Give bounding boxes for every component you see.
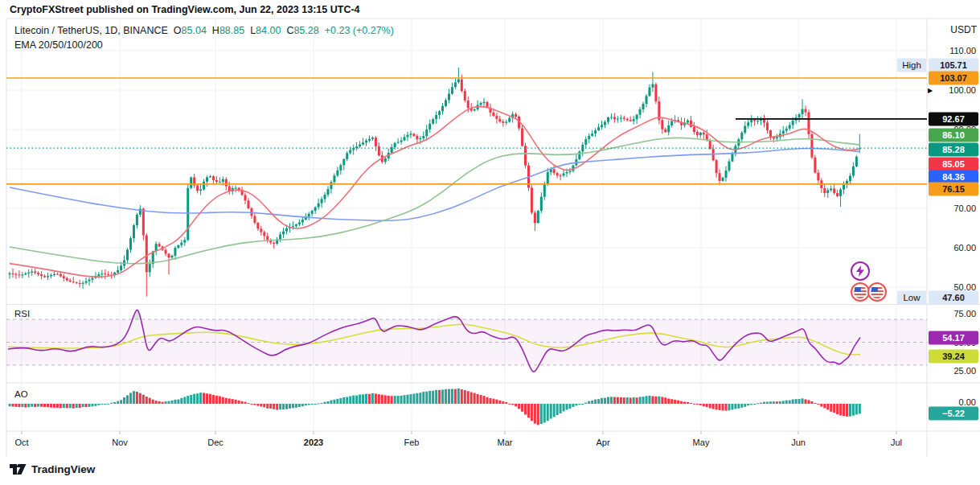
price-tick-label: 70.00 bbox=[953, 203, 976, 213]
time-tick-oct: Oct bbox=[14, 438, 28, 447]
price-value-chip: 76.15 bbox=[929, 183, 978, 196]
time-tick-jun: Jun bbox=[791, 438, 806, 447]
price-tick-label: 60.00 bbox=[953, 243, 976, 253]
chart-canvas[interactable] bbox=[0, 0, 980, 485]
ohlc-high-value: 88.85 bbox=[219, 25, 244, 36]
price-value-chip: 39.24 bbox=[929, 350, 978, 364]
time-tick-nov: Nov bbox=[112, 438, 128, 447]
rsi-pane-label: RSI bbox=[14, 309, 30, 319]
price-value-chip: 103.07 bbox=[929, 72, 978, 85]
price-value-chip: 85.05 bbox=[929, 158, 978, 171]
price-value-chip: 92.67 bbox=[929, 113, 978, 126]
ohlc-low-value: 84.00 bbox=[256, 25, 281, 36]
time-tick-jul: Jul bbox=[891, 438, 902, 447]
price-tick-label: 100.00 bbox=[949, 85, 976, 95]
price-tick-label: 110.00 bbox=[949, 46, 976, 55]
time-tick-mar: Mar bbox=[498, 438, 513, 447]
price-value-chip: 85.28 bbox=[929, 143, 978, 157]
tradingview-brand-text: TradingView bbox=[31, 463, 95, 475]
indicator-legend: EMA 20/50/100/200 bbox=[14, 39, 103, 51]
ohlc-open-value: 85.04 bbox=[182, 25, 207, 36]
ohlc-close-value: 85.28 bbox=[293, 25, 318, 36]
flag-canton bbox=[871, 287, 878, 292]
price-value-chip: 47.60 bbox=[929, 291, 978, 305]
ao-zero-label: 0.00 bbox=[959, 397, 976, 407]
time-tick-feb: Feb bbox=[404, 438, 420, 447]
symbol-legend: Litecoin / TetherUS, 1D, BINANCEO85.04H8… bbox=[14, 25, 394, 36]
bolt-glyph bbox=[855, 265, 865, 277]
price-marker-arrow-icon: ▶ bbox=[928, 87, 933, 94]
time-tick-may: May bbox=[693, 438, 710, 447]
ohlc-open-key: O bbox=[174, 25, 182, 36]
tradingview-footer[interactable]: TradingView bbox=[10, 463, 95, 475]
price-value-chip: 105.71 bbox=[929, 59, 978, 72]
high-marker-chip: High bbox=[897, 59, 926, 72]
tradingview-logo-icon bbox=[10, 463, 27, 475]
price-value-chip: 54.17 bbox=[929, 331, 978, 345]
us-flag-event-icon[interactable] bbox=[867, 282, 887, 302]
price-axis-currency: USDT bbox=[950, 24, 977, 35]
price-value-chip: −5.22 bbox=[929, 407, 978, 421]
change-value: +0.23 (+0.27%) bbox=[325, 25, 394, 36]
price-value-chip: 86.10 bbox=[929, 129, 978, 142]
flag-canton bbox=[855, 287, 861, 292]
rsi-tick-label: 25.00 bbox=[953, 366, 976, 376]
time-tick-2023: 2023 bbox=[304, 438, 323, 447]
symbol-title: Litecoin / TetherUS, 1D, BINANCE bbox=[14, 25, 168, 36]
low-marker-chip: Low bbox=[897, 291, 926, 305]
attribution-text: CryptoFXStreet published on TradingView.… bbox=[10, 4, 360, 15]
ohlc-high-key: H bbox=[212, 25, 219, 36]
rsi-tick-label: 75.00 bbox=[953, 309, 976, 319]
lightning-event-icon[interactable] bbox=[851, 261, 870, 281]
time-tick-dec: Dec bbox=[207, 438, 223, 447]
tradingview-screenshot: CryptoFXStreet published on TradingView.… bbox=[0, 0, 980, 485]
ao-pane-label: AO bbox=[14, 389, 28, 399]
time-tick-apr: Apr bbox=[596, 438, 609, 447]
